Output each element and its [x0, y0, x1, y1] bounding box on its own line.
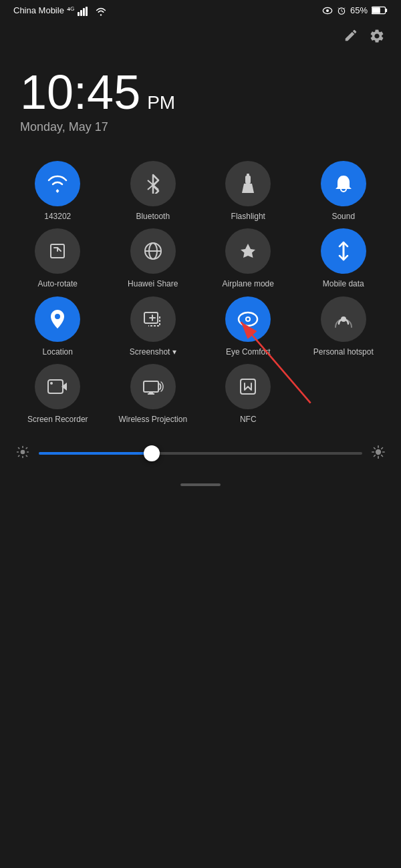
tile-flashlight[interactable]: Flashlight	[204, 161, 293, 222]
tile-circle-flashlight[interactable]	[225, 161, 271, 206]
tile-circle-sound[interactable]	[321, 161, 366, 206]
svg-point-25	[55, 314, 60, 319]
tile-bluetooth[interactable]: Bluetooth	[109, 161, 198, 222]
home-indicator	[0, 475, 401, 494]
time-ampm: PM	[147, 93, 175, 112]
svg-rect-3	[86, 7, 88, 16]
carrier-info: China Mobile ⁴ᴳ	[13, 5, 108, 16]
quick-tiles-grid: 143202BluetoothFlashlightSoundAuto-rotat…	[0, 154, 401, 432]
tile-huaweishare[interactable]: Huawei Share	[109, 228, 198, 290]
battery-percent: 65%	[350, 5, 368, 15]
clock-display: 10:45 PM	[20, 68, 381, 116]
tile-airplanemode[interactable]: Airplane mode	[204, 228, 293, 290]
tile-screenshot[interactable]: Screenshot ▾	[109, 296, 198, 358]
time-section: 10:45 PM Monday, May 17	[0, 55, 401, 154]
settings-button[interactable]	[369, 28, 385, 48]
brightness-thumb[interactable]	[144, 445, 160, 461]
wifi-status-icon	[95, 7, 107, 16]
tile-circle-personalhotspot[interactable]	[321, 296, 366, 342]
svg-rect-1	[80, 10, 82, 16]
tile-label-flashlight: Flashlight	[231, 212, 265, 222]
brightness-fill	[39, 452, 152, 455]
tile-circle-nfc[interactable]	[225, 364, 271, 409]
tile-label-huaweishare: Huawei Share	[128, 279, 178, 290]
tile-label-nfc: NFC	[240, 415, 257, 425]
tile-circle-mobiledata[interactable]	[321, 228, 366, 274]
tile-autorotate[interactable]: Auto-rotate	[13, 228, 102, 290]
tile-circle-airplanemode[interactable]	[225, 228, 271, 274]
battery-icon	[372, 6, 388, 15]
svg-point-41	[21, 450, 25, 455]
tile-label-personalhotspot: Personal hotspot	[313, 347, 374, 358]
tile-circle-wirelessprojection[interactable]	[130, 364, 176, 409]
tile-sound[interactable]: Sound	[299, 161, 388, 222]
tile-nfc[interactable]: NFC	[204, 364, 293, 425]
tile-circle-bluetooth[interactable]	[130, 161, 176, 206]
edit-button[interactable]	[344, 28, 358, 48]
tile-circle-screenshot[interactable]	[130, 296, 176, 342]
svg-rect-2	[83, 8, 85, 16]
eye-status-icon	[322, 7, 333, 15]
tile-eyecomfort[interactable]: Eye Comfort	[204, 296, 293, 358]
svg-point-31	[247, 318, 249, 320]
tile-wirelessprojection[interactable]: Wireless Projection	[109, 364, 198, 425]
tile-label-location: Location	[43, 347, 73, 358]
svg-marker-13	[242, 184, 254, 193]
quick-tiles-wrapper: 143202BluetoothFlashlightSoundAuto-rotat…	[0, 154, 401, 432]
svg-point-42	[376, 449, 381, 455]
signal-icon	[78, 7, 90, 16]
svg-rect-33	[48, 380, 63, 393]
brightness-bar[interactable]	[0, 432, 401, 475]
svg-rect-0	[78, 12, 80, 16]
svg-rect-12	[245, 176, 251, 184]
tile-label-mobiledata: Mobile data	[323, 279, 364, 290]
tile-circle-eyecomfort[interactable]	[225, 296, 271, 342]
alarm-icon	[337, 6, 346, 15]
svg-point-34	[50, 382, 53, 385]
tile-screenrecorder[interactable]: Screen Recorder	[13, 364, 102, 425]
tile-label-sound: Sound	[331, 212, 355, 222]
tile-location[interactable]: Location	[13, 296, 102, 358]
tile-circle-huaweishare[interactable]	[130, 228, 176, 274]
svg-rect-8	[372, 7, 380, 13]
brightness-min-icon	[16, 445, 29, 462]
svg-rect-14	[247, 174, 249, 176]
tile-mobiledata[interactable]: Mobile data	[299, 228, 388, 290]
tile-circle-autorotate[interactable]	[35, 228, 80, 274]
status-bar: China Mobile ⁴ᴳ 65%	[0, 0, 401, 21]
carrier-name: China Mobile	[13, 5, 64, 15]
brightness-max-icon	[372, 445, 385, 462]
svg-rect-9	[386, 9, 388, 12]
tile-label-wirelessprojection: Wireless Projection	[118, 415, 187, 425]
tile-label-airplanemode: Airplane mode	[223, 279, 274, 290]
tile-circle-wifi[interactable]	[35, 161, 80, 206]
tile-label-screenrecorder: Screen Recorder	[27, 415, 88, 425]
date-display: Monday, May 17	[20, 120, 381, 134]
time-value: 10:45	[20, 68, 140, 116]
tile-wifi[interactable]: 143202	[13, 161, 102, 222]
carrier-type: ⁴ᴳ	[67, 5, 74, 15]
top-action-icons	[0, 21, 401, 55]
tile-circle-location[interactable]	[35, 296, 80, 342]
tile-label-eyecomfort: Eye Comfort	[226, 347, 271, 358]
tile-label-autorotate: Auto-rotate	[38, 279, 78, 290]
tile-circle-screenrecorder[interactable]	[35, 364, 80, 409]
svg-rect-36	[144, 381, 158, 392]
brightness-track[interactable]	[39, 452, 362, 455]
svg-point-5	[326, 9, 329, 12]
home-bar	[180, 483, 221, 486]
tile-label-bluetooth: Bluetooth	[136, 212, 170, 222]
status-right-icons: 65%	[322, 5, 388, 15]
tile-label-screenshot: Screenshot ▾	[130, 347, 176, 358]
tile-personalhotspot[interactable]: Personal hotspot	[299, 296, 388, 358]
tile-label-wifi: 143202	[44, 212, 71, 222]
